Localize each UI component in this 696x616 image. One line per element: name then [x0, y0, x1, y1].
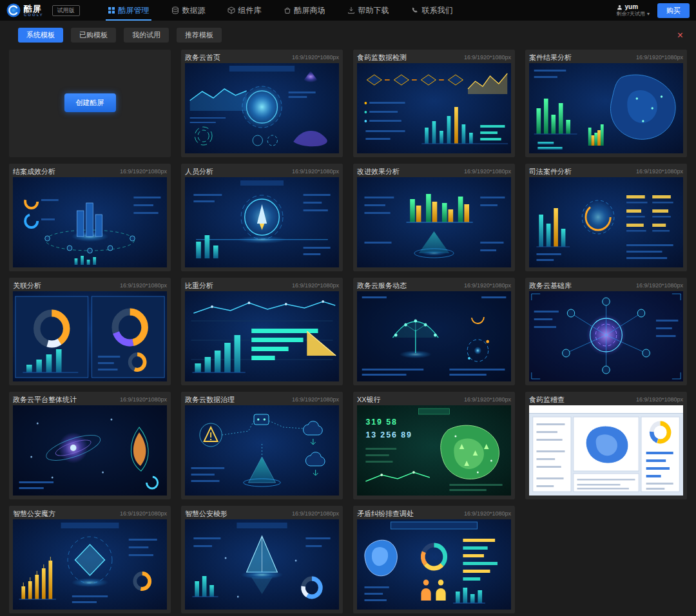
template-card[interactable]: 比重分析16:9/1920*1080px	[181, 278, 343, 385]
template-size: 16:9/1920*1080px	[464, 510, 511, 517]
nav-label: 组件库	[238, 5, 262, 16]
preview-art-judicial-case	[529, 177, 683, 267]
template-title: 食药监数据检测	[357, 53, 407, 63]
preview-art-proportion	[185, 291, 339, 381]
nav-screen-management[interactable]: 酷屏管理	[97, 0, 160, 21]
template-card[interactable]: 案件结果分析16:9/1920*1080px	[525, 50, 687, 157]
template-size: 16:9/1920*1080px	[464, 282, 511, 289]
template-title: 食药监稽查	[529, 395, 565, 405]
tab-purchased-templates[interactable]: 已购模板	[71, 28, 116, 43]
chevron-down-icon: ▾	[647, 11, 650, 17]
logo-subtext: COOLY	[24, 13, 44, 17]
preview-art-data-governance	[185, 405, 339, 496]
template-size: 16:9/1920*1080px	[292, 282, 339, 289]
close-icon[interactable]: ×	[675, 30, 686, 41]
template-card[interactable]: 司法案件分析16:9/1920*1080px	[525, 164, 687, 271]
preview-art-association	[13, 291, 167, 381]
logo[interactable]: 酷屏 COOLY 试用版	[6, 3, 80, 17]
template-card[interactable]: 结案成效分析16:9/1920*1080px	[9, 164, 171, 271]
create-screen-card[interactable]: 创建酷屏	[9, 50, 171, 157]
create-screen-button[interactable]: 创建酷屏	[64, 93, 116, 112]
preview-art-police-cube	[13, 519, 167, 610]
nav-label: 数据源	[182, 5, 206, 16]
template-title: 政务云基础库	[529, 281, 572, 291]
tab-system-templates[interactable]: 系统模板	[18, 28, 63, 43]
template-title: XX银行	[357, 395, 381, 405]
template-card[interactable]: 人员分析16:9/1920*1080px	[181, 164, 343, 271]
template-title: 政务云数据治理	[185, 395, 235, 405]
template-card[interactable]: 改进效果分析16:9/1920*1080px	[353, 164, 515, 271]
nav-help-download[interactable]: 帮助下载	[336, 0, 400, 21]
download-icon	[347, 6, 355, 14]
template-card[interactable]: 智慧公安魔方16:9/1920*1080px	[9, 506, 171, 613]
template-title: 政务云平台整体统计	[13, 395, 77, 405]
preview-art-base-library	[529, 291, 683, 381]
preview-art-bank: 319 58 13 256 89	[357, 405, 511, 496]
bank-counter-2: 13 256 89	[365, 430, 412, 439]
template-preview[interactable]	[13, 405, 167, 496]
template-preview[interactable]: 319 58 13 256 89	[357, 405, 511, 496]
template-preview[interactable]	[357, 291, 511, 381]
buy-button[interactable]: 购买	[657, 3, 690, 18]
nav-label: 酷屏管理	[119, 5, 150, 16]
template-card[interactable]: 食药监稽查16:9/1920*1080px	[525, 392, 687, 499]
template-preview[interactable]	[529, 291, 683, 381]
template-preview[interactable]	[357, 177, 511, 267]
template-preview[interactable]	[13, 177, 167, 267]
template-size: 16:9/1920*1080px	[120, 168, 167, 175]
template-card[interactable]: XX银行16:9/1920*1080px 319 58 13 256 89	[353, 392, 515, 499]
template-preview[interactable]	[529, 405, 683, 496]
template-preview[interactable]	[529, 177, 683, 267]
template-title: 人员分析	[185, 167, 213, 177]
nav-component-library[interactable]: 组件库	[217, 0, 273, 21]
preview-art-case-result	[529, 63, 683, 153]
template-card[interactable]: 矛盾纠纷排查调处16:9/1920*1080px	[353, 506, 515, 613]
template-size: 16:9/1920*1080px	[464, 54, 511, 61]
nav-contact-us[interactable]: 联系我们	[400, 0, 464, 21]
template-size: 16:9/1920*1080px	[292, 54, 339, 61]
template-title: 比重分析	[185, 281, 213, 291]
template-preview[interactable]	[185, 177, 339, 267]
filter-tabs: 系统模板 已购模板 我的试用 推荐模板 ×	[0, 21, 696, 47]
template-preview[interactable]	[529, 63, 683, 153]
template-title: 矛盾纠纷排查调处	[357, 509, 414, 519]
nav-screen-market[interactable]: 酷屏商场	[273, 0, 336, 21]
template-card[interactable]: 政务云数据治理16:9/1920*1080px	[181, 392, 343, 499]
template-title: 关联分析	[13, 281, 41, 291]
template-title: 政务云服务动态	[357, 281, 407, 291]
template-card[interactable]: 政务云首页16:9/1920*1080px	[181, 50, 343, 157]
template-card[interactable]: 关联分析16:9/1920*1080px	[9, 278, 171, 385]
template-preview[interactable]	[357, 519, 511, 610]
topbar: 酷屏 COOLY 试用版 酷屏管理 数据源 组件库 酷屏商场 帮助下载 联系我们	[0, 0, 696, 21]
template-preview[interactable]	[13, 291, 167, 381]
template-title: 政务云首页	[185, 53, 220, 63]
template-size: 16:9/1920*1080px	[292, 510, 339, 517]
template-preview[interactable]	[357, 63, 511, 153]
user-subtitle: 剩余7天试用	[617, 11, 645, 17]
template-preview[interactable]	[185, 405, 339, 496]
template-card[interactable]: 食药监数据检测16:9/1920*1080px	[353, 50, 515, 157]
preview-art-police-prism	[185, 519, 339, 610]
template-preview[interactable]	[185, 519, 339, 610]
template-preview[interactable]	[13, 519, 167, 610]
tab-my-trial[interactable]: 我的试用	[124, 28, 169, 43]
nav-data-source[interactable]: 数据源	[160, 0, 217, 21]
template-size: 16:9/1920*1080px	[292, 396, 339, 403]
template-preview[interactable]	[185, 291, 339, 381]
template-card[interactable]: 政务云基础库16:9/1920*1080px	[525, 278, 687, 385]
template-card[interactable]: 智慧公安棱形16:9/1920*1080px	[181, 506, 343, 613]
user-name: yum	[625, 3, 639, 11]
user-menu[interactable]: yum 剩余7天试用 ▾	[617, 3, 650, 17]
nav-label: 酷屏商场	[295, 5, 325, 16]
logo-text: 酷屏	[24, 5, 44, 13]
template-size: 16:9/1920*1080px	[636, 396, 683, 403]
template-title: 司法案件分析	[529, 167, 572, 177]
template-card[interactable]: 政务云服务动态16:9/1920*1080px	[353, 278, 515, 385]
template-title: 智慧公安棱形	[185, 509, 227, 519]
user-icon	[617, 5, 623, 10]
tab-recommended-templates[interactable]: 推荐模板	[177, 28, 222, 43]
template-card[interactable]: 政务云平台整体统计16:9/1920*1080px	[9, 392, 171, 499]
template-preview[interactable]	[185, 63, 339, 153]
trial-badge: 试用版	[52, 5, 80, 16]
preview-art-food-drug-data	[357, 63, 511, 153]
